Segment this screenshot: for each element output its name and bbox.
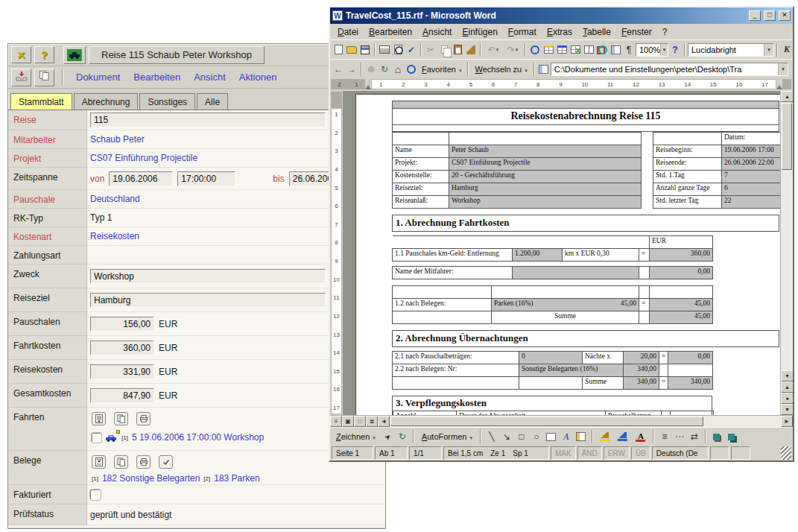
search-web-button[interactable]: [405, 62, 418, 77]
menu-extras[interactable]: Extras: [542, 25, 577, 39]
menu-bearbeiten[interactable]: Bearbeiten: [128, 72, 186, 83]
view-print-layout-button[interactable]: □: [354, 416, 366, 427]
text-box-button[interactable]: [545, 429, 558, 444]
forward-button[interactable]: →: [345, 62, 358, 77]
insert-excel-button[interactable]: [569, 42, 582, 57]
status-aend[interactable]: ÄND: [577, 446, 602, 460]
status-ueb[interactable]: ÜB: [631, 446, 650, 460]
minimize-button[interactable]: _: [749, 10, 761, 21]
zoom-select[interactable]: 100%▾: [636, 43, 668, 57]
columns-button[interactable]: [582, 42, 595, 57]
reisekosten-field[interactable]: 331,90: [90, 364, 154, 379]
right-indent-marker-icon[interactable]: [776, 85, 782, 89]
format-painter-button[interactable]: [464, 42, 478, 57]
shadow-button[interactable]: [710, 429, 723, 444]
autoformen-menu[interactable]: AutoFormen ▾: [418, 431, 476, 443]
redo-button[interactable]: ↷▾: [503, 42, 522, 57]
view-normal-button[interactable]: ≡: [330, 416, 342, 427]
rectangle-button[interactable]: □: [515, 429, 528, 444]
dash-style-button[interactable]: ⋯: [673, 429, 686, 444]
open-button[interactable]: [345, 42, 358, 57]
kostenart-link[interactable]: Reisekosten: [90, 231, 139, 241]
mitarbeiter-link[interactable]: Schaub Peter: [90, 134, 145, 145]
copy-button[interactable]: [437, 42, 451, 57]
save-button[interactable]: [358, 42, 372, 57]
beleg-2-link[interactable]: 183 Parken: [214, 473, 259, 484]
belege-copy-button[interactable]: [114, 455, 128, 469]
menu-ansicht[interactable]: Ansicht: [189, 72, 231, 83]
pauschalen-field[interactable]: 156,00: [90, 317, 154, 332]
previous-page-button[interactable]: ▲: [781, 381, 793, 393]
menu-hilfe[interactable]: ?: [657, 25, 673, 39]
fahrten-print-button[interactable]: [136, 412, 151, 425]
vertical-ruler[interactable]: 1234567891011121314151617: [330, 91, 343, 415]
indent-marker-icon[interactable]: [365, 85, 371, 89]
show-web-toolbar-button[interactable]: [537, 62, 551, 77]
tables-borders-button[interactable]: [542, 42, 555, 57]
select-browse-object-button[interactable]: ●: [781, 393, 793, 404]
font-color-button[interactable]: A: [633, 429, 649, 444]
arrow-button[interactable]: ↘: [500, 429, 513, 444]
fill-color-button[interactable]: [597, 429, 613, 444]
new-document-button[interactable]: [332, 42, 345, 57]
reiseziel-field[interactable]: Hamburg: [90, 293, 326, 308]
belege-print-button[interactable]: [136, 455, 151, 469]
menu-format[interactable]: Format: [503, 25, 542, 39]
show-paragraph-button[interactable]: ¶: [622, 42, 636, 57]
travel-icon-button[interactable]: [63, 46, 86, 64]
menu-dokument[interactable]: Dokument: [71, 72, 125, 83]
document-page[interactable]: Reisekostenabrechnung Reise 115 Datum: N…: [355, 94, 780, 415]
print-preview-button[interactable]: [391, 42, 405, 57]
help-button[interactable]: ?: [34, 46, 54, 63]
vertical-scroll-track[interactable]: [781, 171, 793, 370]
tab-alle[interactable]: Alle: [197, 93, 228, 110]
line-color-button[interactable]: [615, 429, 631, 444]
goto-menu[interactable]: Wechseln zu ▾: [471, 63, 531, 75]
close-button[interactable]: ✕: [11, 46, 31, 63]
italic-button[interactable]: K: [780, 42, 793, 57]
beleg-1-link[interactable]: 182 Sonstige Belegarten: [102, 473, 200, 484]
paste-button[interactable]: [451, 42, 464, 57]
insert-table-button[interactable]: [555, 42, 569, 57]
scroll-down-button[interactable]: ▼: [781, 370, 793, 381]
insert-hyperlink-button[interactable]: [528, 42, 542, 57]
line-button[interactable]: ╲: [485, 429, 498, 444]
view-web-layout-button[interactable]: ▣: [342, 416, 354, 427]
fahrtkosten-field[interactable]: 360,00: [90, 341, 154, 355]
copy-document-button[interactable]: [34, 69, 54, 86]
tab-sonstiges[interactable]: Sonstiges: [139, 93, 195, 110]
select-objects-button[interactable]: ➤: [377, 427, 397, 447]
spelling-button[interactable]: ✓: [405, 42, 418, 57]
line-style-button[interactable]: ≡: [658, 429, 671, 444]
word-titlebar[interactable]: W TravelCost_115.rtf - Microsoft Word _ …: [330, 7, 793, 24]
scroll-up-button[interactable]: ▲: [781, 91, 793, 102]
fahrten-entry-link[interactable]: 5 19.06.2006 17:00:00 Workshop: [132, 432, 264, 443]
fakturiert-checkbox[interactable]: [90, 490, 101, 500]
scroll-right-button[interactable]: ►: [781, 416, 793, 427]
undo-button[interactable]: ↶▾: [484, 42, 503, 57]
horizontal-ruler[interactable]: 21 1234567891011121314151617: [330, 78, 793, 91]
view-outline-button[interactable]: ≣: [366, 416, 378, 427]
vertical-scrollbar[interactable]: ▲ ▼ ▲ ● ▼: [780, 91, 793, 415]
font-select[interactable]: Lucidabright▾: [688, 43, 774, 57]
close-window-button[interactable]: ✕: [779, 10, 791, 21]
projekt-link[interactable]: CS07 Einführung Projectile: [90, 153, 197, 163]
zeichnen-menu[interactable]: Zeichnen ▾: [332, 431, 379, 443]
refresh-button[interactable]: ↻: [378, 62, 391, 77]
oval-button[interactable]: ○: [530, 429, 543, 444]
menu-fenster[interactable]: Fenster: [616, 25, 657, 39]
scroll-left-button[interactable]: ◄: [378, 416, 390, 427]
reise-field[interactable]: 115: [90, 113, 326, 127]
tab-abrechnung[interactable]: Abrechnung: [74, 93, 139, 110]
maximize-button[interactable]: □: [764, 10, 776, 21]
home-button[interactable]: ⌂: [391, 62, 405, 77]
horizontal-scroll-thumb[interactable]: [390, 417, 703, 426]
clip-art-button[interactable]: [574, 429, 588, 444]
drawing-button[interactable]: [595, 42, 609, 57]
von-date-field[interactable]: 19.06.2006: [109, 171, 173, 186]
cut-button[interactable]: ✂: [424, 42, 437, 57]
menu-datei[interactable]: Datei: [332, 25, 364, 39]
free-rotate-button[interactable]: ↻: [396, 429, 409, 444]
save-document-button[interactable]: [11, 69, 31, 86]
pauschale-link[interactable]: Deutschland: [90, 194, 140, 204]
